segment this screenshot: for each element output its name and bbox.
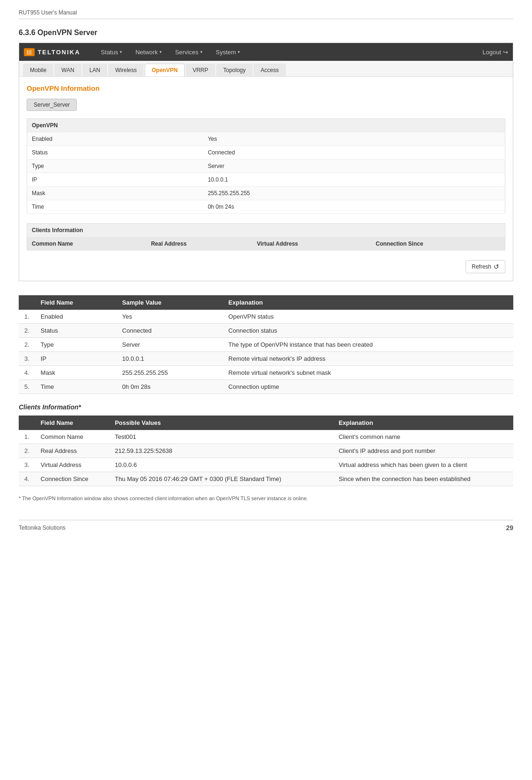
section-title: 6.3.6 OpenVPN Server — [19, 29, 513, 37]
col-real-address: Real Address — [146, 237, 252, 251]
sample-value: 10.0.0.1 — [117, 352, 223, 366]
refresh-row: Refresh ↺ — [27, 260, 505, 273]
field-label: Enabled — [27, 132, 204, 146]
col-connection-since: Connection Since — [371, 237, 505, 251]
sample-value: Connected — [117, 324, 223, 338]
field-label: IP — [27, 173, 204, 187]
logout-button[interactable]: Logout ↪ — [482, 49, 508, 56]
field-label: Time — [27, 200, 204, 214]
field-value: 10.0.0.1 — [203, 173, 505, 187]
possible-value: 10.0.0.6 — [109, 458, 333, 472]
subnav-vrrp[interactable]: VRRP — [186, 64, 215, 76]
top-nav: ||| TELTONIKA Status ▾ Network ▾ Service… — [19, 43, 513, 61]
col-field-name: Field Name — [35, 416, 109, 430]
explanation: Remote virtual network's IP address — [223, 352, 513, 366]
explanation: Since when the connection has been estab… — [333, 472, 513, 486]
page-footer: Teltonika Solutions 29 — [19, 520, 513, 532]
field-name: Virtual Address — [35, 458, 109, 472]
subnav-topology[interactable]: Topology — [216, 64, 253, 76]
subnav-wireless[interactable]: Wireless — [108, 64, 144, 76]
row-num: 2. — [19, 324, 35, 338]
openvpn-info-title: OpenVPN Information — [27, 84, 505, 92]
col-num — [19, 295, 35, 310]
doc-table-2: Field Name Possible Values Explanation 1… — [19, 416, 513, 486]
footer-company: Teltonika Solutions — [19, 525, 66, 531]
possible-value: 212.59.13.225:52638 — [109, 444, 333, 458]
explanation: Remote virtual network's subnet mask — [223, 366, 513, 380]
nav-status[interactable]: Status ▾ — [95, 43, 129, 61]
field-name: Time — [35, 380, 117, 394]
logout-icon: ↪ — [503, 49, 508, 56]
refresh-icon: ↺ — [494, 263, 499, 270]
col-num — [19, 416, 35, 430]
explanation: OpenVPN status — [223, 310, 513, 324]
caret-icon: ▾ — [238, 50, 240, 54]
server-tab-button[interactable]: Server_Server — [27, 99, 77, 111]
nav-services[interactable]: Services ▾ — [168, 43, 209, 61]
row-num: 1. — [19, 310, 35, 324]
field-value: Yes — [203, 132, 505, 146]
nav-network[interactable]: Network ▾ — [129, 43, 168, 61]
field-value: Server — [203, 160, 505, 173]
col-explanation: Explanation — [333, 416, 513, 430]
col-possible-values: Possible Values — [109, 416, 333, 430]
subnav-mobile[interactable]: Mobile — [23, 64, 53, 76]
field-name: Common Name — [35, 430, 109, 444]
row-num: 4. — [19, 366, 35, 380]
field-name: Mask — [35, 366, 117, 380]
table-row: 4. Connection Since Thu May 05 2016 07:4… — [19, 472, 513, 486]
openvpn-info-table: OpenVPN Enabled Yes Status Connected Typ… — [27, 118, 505, 214]
sample-value: 255.255.255.255 — [117, 366, 223, 380]
refresh-button[interactable]: Refresh ↺ — [466, 260, 505, 273]
row-num: 2. — [19, 444, 35, 458]
field-label: Type — [27, 160, 204, 173]
sample-value: Yes — [117, 310, 223, 324]
clients-section-header: Clients Information — [27, 224, 505, 237]
explanation: The type of OpenVPN instance that has be… — [223, 338, 513, 352]
table-row: 1. Common Name Test001 Client's common n… — [19, 430, 513, 444]
subnav-openvpn[interactable]: OpenVPN — [145, 64, 184, 76]
row-num: 3. — [19, 458, 35, 472]
nav-system[interactable]: System ▾ — [209, 43, 247, 61]
manual-title: RUT955 User's Manual — [19, 9, 77, 16]
table-row: 4. Mask 255.255.255.255 Remote virtual n… — [19, 366, 513, 380]
table-row: 1. Enabled Yes OpenVPN status — [19, 310, 513, 324]
field-name: Real Address — [35, 444, 109, 458]
col-field-name: Field Name — [35, 295, 117, 310]
field-value: Connected — [203, 146, 505, 160]
field-name: Type — [35, 338, 117, 352]
sub-nav: Mobile WAN LAN Wireless OpenVPN VRRP Top… — [19, 61, 513, 77]
table-row: Status Connected — [27, 146, 505, 160]
subnav-lan[interactable]: LAN — [82, 64, 107, 76]
explanation: Virtual address which has been given to … — [333, 458, 513, 472]
table-row: 2. Real Address 212.59.13.225:52638 Clie… — [19, 444, 513, 458]
table-row: 2. Status Connected Connection status — [19, 324, 513, 338]
table-row: Time 0h 0m 24s — [27, 200, 505, 214]
openvpn-section-header: OpenVPN — [27, 119, 505, 132]
explanation: Client's IP address and port number — [333, 444, 513, 458]
field-label: Mask — [27, 187, 204, 200]
row-num: 1. — [19, 430, 35, 444]
table-row: Mask 255.255.255.255 — [27, 187, 505, 200]
sample-value: 0h 0m 28s — [117, 380, 223, 394]
logo-icon: ||| — [24, 48, 35, 56]
caret-icon: ▾ — [200, 50, 203, 54]
col-sample-value: Sample Value — [117, 295, 223, 310]
possible-value: Test001 — [109, 430, 333, 444]
table-row: Enabled Yes — [27, 132, 505, 146]
clients-columns-header: Common Name Real Address Virtual Address… — [27, 237, 505, 251]
field-value: 255.255.255.255 — [203, 187, 505, 200]
doc-table-1: Field Name Sample Value Explanation 1. E… — [19, 295, 513, 394]
page-number: 29 — [506, 524, 513, 532]
subnav-wan[interactable]: WAN — [54, 64, 81, 76]
field-name: Connection Since — [35, 472, 109, 486]
table-row: 2. Type Server The type of OpenVPN insta… — [19, 338, 513, 352]
table-row: 3. IP 10.0.0.1 Remote virtual network's … — [19, 352, 513, 366]
clients-info-table: Clients Information Common Name Real Add… — [27, 223, 505, 251]
subnav-access[interactable]: Access — [254, 64, 286, 76]
table-row: IP 10.0.0.1 — [27, 173, 505, 187]
row-num: 2. — [19, 338, 35, 352]
possible-value: Thu May 05 2016 07:46:29 GMT + 0300 (FLE… — [109, 472, 333, 486]
explanation: Connection status — [223, 324, 513, 338]
row-num: 3. — [19, 352, 35, 366]
